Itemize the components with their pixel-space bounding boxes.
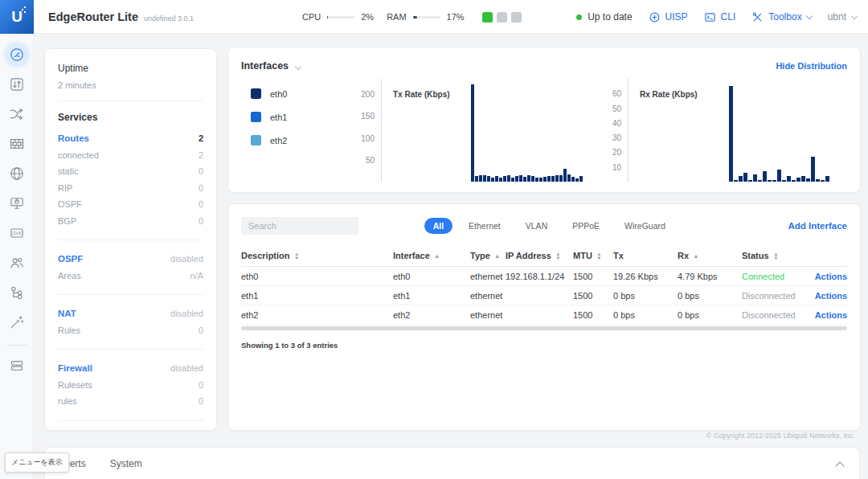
divider	[58, 240, 203, 240]
sidebar-item-routing[interactable]	[5, 102, 29, 126]
summary-link-nat[interactable]: NAT	[58, 309, 76, 318]
status-dot-icon	[576, 14, 582, 20]
sidebar-item-traffic[interactable]	[5, 72, 29, 96]
chart-bar	[729, 86, 733, 182]
summary-link-firewall[interactable]: Firewall	[58, 363, 92, 373]
column-header-description[interactable]: Description▴▾	[241, 251, 393, 260]
actions-link[interactable]: Actions	[815, 310, 847, 320]
horizontal-scrollbar[interactable]	[241, 326, 847, 330]
legend-swatch	[251, 112, 261, 122]
column-header-type[interactable]: Type▴	[470, 251, 506, 260]
mtu-cell: 1500	[573, 272, 613, 281]
column-header-status[interactable]: Status▴▾	[742, 251, 813, 260]
chart-bar	[503, 176, 506, 182]
interface-cell: eth0	[393, 272, 470, 281]
bottom-tray: Alerts System	[44, 447, 860, 479]
column-header-ip-address[interactable]: IP Address▴▾	[506, 251, 573, 260]
summary-link-ospf[interactable]: OSPF	[58, 254, 83, 264]
sidebar-item-toolbox[interactable]	[5, 354, 29, 378]
column-header-interface[interactable]: Interface▴	[393, 251, 470, 260]
sidebar-item-qos[interactable]: QoS	[5, 221, 29, 245]
user-menu[interactable]: ubnt	[828, 11, 857, 23]
copyright-notice: © Copyright 2012-2025 Ubiquiti Networks,…	[706, 432, 855, 440]
column-header-mtu[interactable]: MTU▴▾	[573, 251, 613, 260]
cpu-meter	[327, 16, 354, 18]
chart-bar	[495, 176, 498, 182]
svg-text:QoS: QoS	[12, 231, 21, 235]
sidebar-item-dashboard[interactable]	[5, 43, 29, 67]
sidebar-item-firewall[interactable]	[5, 132, 29, 156]
table-row-eth0: eth0eth0ethernet192.168.1.1/24150019.26 …	[241, 267, 847, 286]
chart-bar	[547, 176, 551, 182]
sidebar-item-services[interactable]	[5, 162, 29, 186]
tx-cell: 0 bps	[613, 291, 678, 301]
ip_address-cell: 192.168.1.1/24	[506, 272, 573, 281]
summary-row-value: 0	[199, 325, 203, 335]
summary-section-ospf: OSPFdisabled	[58, 251, 203, 268]
summary-row-rules: rules0	[58, 393, 203, 410]
ubiquiti-logo[interactable]: U	[0, 0, 34, 34]
summary-row-label: RIP	[58, 183, 72, 193]
toolbox-menu-button[interactable]: Toolbox	[751, 11, 811, 23]
add-interface-button[interactable]: Add Interface	[788, 221, 848, 231]
column-label: Status	[742, 251, 769, 260]
sidebar-item-users[interactable]	[5, 251, 29, 275]
summary-row-value: n/A	[190, 271, 203, 280]
chart-bar	[816, 179, 820, 182]
column-label: MTU	[573, 251, 592, 260]
actions-link[interactable]: Actions	[815, 291, 847, 301]
chart-bar	[483, 175, 486, 182]
legend-item-eth2: eth2	[251, 135, 354, 145]
divider	[58, 420, 203, 421]
description-cell: eth1	[241, 291, 393, 301]
summary-panel: Uptime 2 minutes Services Routes2connect…	[44, 48, 217, 431]
summary-row-label: Rulesets	[58, 380, 92, 390]
app-title: EdgeRouter Lite	[48, 10, 138, 23]
filter-pill-pppoe[interactable]: PPPoE	[563, 218, 608, 234]
legend-label: eth2	[270, 136, 287, 145]
filter-pill-all[interactable]: All	[424, 218, 452, 234]
sidebar-item-config-tree[interactable]	[5, 280, 29, 305]
column-label: IP Address	[506, 251, 551, 260]
summary-section-value: 2	[199, 133, 203, 143]
column-header-tx[interactable]: Tx	[613, 251, 678, 260]
cli-button[interactable]: CLI	[704, 11, 736, 23]
chart-bar	[801, 176, 805, 182]
chart-bar	[491, 178, 494, 182]
interfaces-panel: Interfaces Hide Distribution eth0eth1eth…	[227, 47, 861, 193]
chart-bar	[535, 178, 538, 182]
tab-system[interactable]: System	[110, 458, 142, 469]
column-label: Tx	[613, 251, 624, 260]
sort-asc-icon: ▴	[496, 253, 499, 259]
chart-bar	[539, 178, 542, 182]
uisp-button[interactable]: UISP	[649, 11, 688, 23]
sidebar-item-vpn[interactable]	[5, 191, 29, 215]
filter-pill-vlan[interactable]: VLAN	[517, 218, 556, 234]
chart-bar	[811, 157, 815, 182]
sidebar-item-wizard[interactable]	[5, 310, 29, 334]
actions-link[interactable]: Actions	[815, 272, 847, 281]
chevron-down-icon[interactable]	[295, 63, 301, 70]
filter-pill-ethernet[interactable]: Ethernet	[460, 218, 510, 234]
chart-bar	[559, 175, 563, 182]
chart-bar	[479, 175, 482, 182]
summary-section-value: disabled	[170, 309, 203, 318]
filter-pill-wireguard[interactable]: WireGuard	[616, 218, 674, 234]
chart-bar	[575, 178, 579, 182]
y-tick-label: 200	[361, 90, 375, 99]
search-input[interactable]	[241, 217, 358, 235]
type-cell: ethernet	[470, 291, 506, 301]
chevron-up-icon[interactable]	[835, 461, 844, 470]
mtu-cell: 1500	[573, 310, 613, 320]
summary-row-value: 0	[199, 166, 203, 176]
logo-letter: U	[11, 8, 23, 26]
filter-pills: AllEthernetVLANPPPoEWireGuard	[424, 218, 723, 234]
summary-row-rip: RIP0	[58, 180, 203, 197]
chart-bar	[531, 176, 534, 182]
column-header-rx[interactable]: Rx▴	[678, 251, 742, 260]
hide-distribution-link[interactable]: Hide Distribution	[776, 61, 847, 71]
sidebar-rail: QoS	[0, 34, 34, 479]
summary-link-routes[interactable]: Routes	[58, 133, 89, 143]
chart-bar	[471, 84, 474, 182]
y-tick-label: 100	[361, 133, 375, 142]
